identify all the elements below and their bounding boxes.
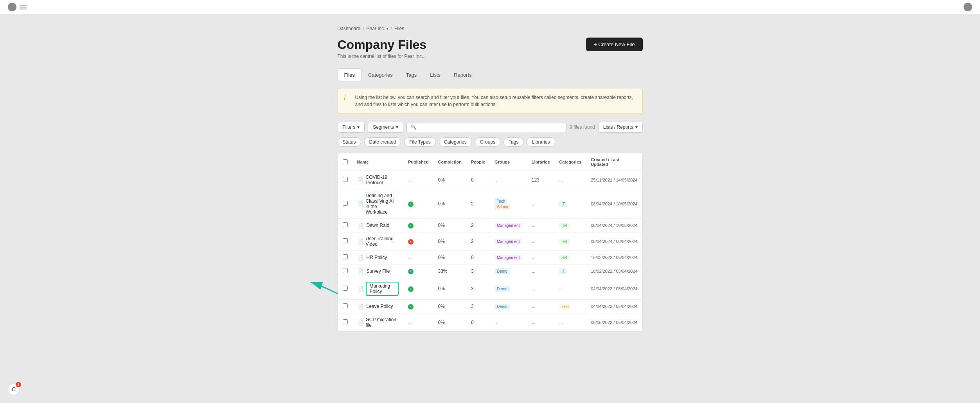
filter-tag-tags[interactable]: Tags xyxy=(503,137,523,147)
row-checkbox-cell xyxy=(338,232,352,251)
info-banner: i Using the list below, you can search a… xyxy=(338,88,643,114)
th-people: People xyxy=(466,153,490,171)
row-groups-cell: Demo xyxy=(490,264,527,278)
row-checkbox[interactable] xyxy=(343,222,348,227)
files-table-container: Name Published Completion People Groups … xyxy=(338,153,643,332)
row-name-cell: 📄 HR Policy xyxy=(352,251,403,264)
row-published-cell xyxy=(403,219,433,232)
lists-reports-button[interactable]: Lists / Reports ▾ xyxy=(598,122,643,133)
file-name-link[interactable]: Leave Policy xyxy=(367,304,393,309)
th-created: Created / Last Updated xyxy=(586,153,642,171)
file-name-cell: 📄 COVID-19 Protocol xyxy=(357,175,399,185)
file-name-cell: 📄 Defining and Classifying AI in the Wor… xyxy=(357,193,399,215)
status-published-icon xyxy=(408,286,414,292)
status-published-icon xyxy=(408,304,414,309)
content-area: Dashboard / Pear Inc. ▾ / Files Company … xyxy=(338,26,643,332)
row-groups-cell: Management xyxy=(490,232,527,251)
filter-tag-status[interactable]: Status xyxy=(338,137,361,147)
file-name-cell: 📄 GCP migration file xyxy=(357,317,399,328)
row-people-cell: 0 xyxy=(466,171,490,189)
file-doc-icon: 📄 xyxy=(357,304,363,309)
row-categories-cell: HR xyxy=(554,219,586,232)
file-name-link[interactable]: User Training Video xyxy=(366,236,399,247)
table-header: Name Published Completion People Groups … xyxy=(338,153,642,171)
file-name-link[interactable]: COVID-19 Protocol xyxy=(366,175,399,185)
filter-tag-date-created[interactable]: Date created xyxy=(364,137,401,147)
file-doc-icon: 📄 xyxy=(357,320,363,326)
row-created-cell: 08/04/2024 / 10/05/2024 xyxy=(586,219,642,232)
filter-tag-groups[interactable]: Groups xyxy=(475,137,500,147)
row-checkbox[interactable] xyxy=(343,286,348,291)
filter-tag-file-types[interactable]: File Types xyxy=(404,137,435,147)
results-count: 9 files found xyxy=(570,124,595,130)
file-name-link[interactable]: HR Policy xyxy=(367,255,387,260)
row-completion-cell: 0% xyxy=(433,189,467,219)
search-input[interactable] xyxy=(419,124,562,130)
table-body: 📄 COVID-19 Protocol ... 0% 0 ... 123 ...… xyxy=(338,171,642,332)
row-checkbox-cell xyxy=(338,313,352,332)
segments-label: Segments xyxy=(373,124,394,130)
filter-tag-categories[interactable]: Categories xyxy=(439,137,472,147)
user-avatar[interactable] xyxy=(964,3,972,11)
row-completion-cell: 0% xyxy=(433,278,467,300)
menu-button[interactable] xyxy=(20,5,27,9)
row-groups-cell: Demo xyxy=(490,278,527,300)
status-none: ... xyxy=(408,177,412,183)
topbar-right xyxy=(964,3,972,11)
tab-reports[interactable]: Reports xyxy=(447,68,478,81)
file-doc-icon: 📄 xyxy=(357,223,363,228)
table-row: 📄 User Training Video 0% 2 Management ..… xyxy=(338,232,642,251)
info-icon: i xyxy=(344,94,351,108)
row-people-cell: 2 xyxy=(466,189,490,219)
create-new-file-button[interactable]: + Create New File xyxy=(586,38,642,51)
app-logo xyxy=(8,3,16,11)
select-all-checkbox[interactable] xyxy=(343,159,348,164)
table-row: 📄 COVID-19 Protocol ... 0% 0 ... 123 ...… xyxy=(338,171,642,189)
row-created-cell: 08/04/2024 / 10/05/2024 xyxy=(586,189,642,219)
row-checkbox[interactable] xyxy=(343,177,348,182)
tab-files[interactable]: Files xyxy=(338,68,361,81)
row-categories-cell: IT xyxy=(554,189,586,219)
status-unpublished-icon xyxy=(408,239,414,245)
row-checkbox[interactable] xyxy=(343,201,348,206)
filter-tags-row: Status Date created File Types Categorie… xyxy=(338,137,643,147)
row-published-cell: ... xyxy=(403,171,433,189)
row-completion-cell: 0% xyxy=(433,232,467,251)
row-checkbox-cell xyxy=(338,219,352,232)
breadcrumb-sep1: / xyxy=(363,26,364,31)
file-name-link[interactable]: GCP migration file xyxy=(366,317,399,328)
row-checkbox[interactable] xyxy=(343,254,348,259)
file-name-link[interactable]: Survey File xyxy=(367,268,390,274)
tab-categories[interactable]: Categories xyxy=(361,68,399,81)
search-box: 🔍 xyxy=(406,122,566,132)
row-people-cell: 2 xyxy=(466,232,490,251)
breadcrumb-company-link[interactable]: Pear Inc. xyxy=(367,26,385,31)
row-created-cell: 04/04/2022 / 05/04/2024 xyxy=(586,278,642,300)
row-created-cell: 10/02/2022 / 05/04/2024 xyxy=(586,264,642,278)
row-checkbox[interactable] xyxy=(343,238,348,243)
row-checkbox[interactable] xyxy=(343,319,348,324)
segments-button[interactable]: Segments ▾ xyxy=(368,122,403,133)
table-row: 📄 Marketing Policy 0% 3 Demo ... ... 04/… xyxy=(338,278,642,300)
filters-button[interactable]: Filters ▾ xyxy=(338,122,365,133)
row-libraries-cell: ... xyxy=(527,278,554,300)
lists-reports-chevron-icon: ▾ xyxy=(635,124,638,130)
tab-lists[interactable]: Lists xyxy=(423,68,447,81)
row-groups-cell: Management xyxy=(490,251,527,264)
page-header: Company Files This is the central list o… xyxy=(338,38,643,59)
file-name-link[interactable]: Dawn Raid xyxy=(367,223,390,228)
th-groups: Groups xyxy=(490,153,527,171)
tab-tags[interactable]: Tags xyxy=(399,68,423,81)
file-name-link[interactable]: Defining and Classifying AI in the Workp… xyxy=(366,193,399,215)
row-checkbox[interactable] xyxy=(343,303,348,308)
row-checkbox[interactable] xyxy=(343,268,348,273)
breadcrumb-dashboard[interactable]: Dashboard xyxy=(338,26,361,31)
row-people-cell: 3 xyxy=(466,300,490,313)
row-name-cell: 📄 Marketing Policy xyxy=(352,278,403,300)
file-doc-icon: 📄 xyxy=(357,239,363,245)
filter-tag-libraries[interactable]: Libraries xyxy=(527,137,555,147)
status-published-icon xyxy=(408,269,414,274)
breadcrumb-company: Pear Inc. ▾ xyxy=(367,26,388,31)
row-people-cell: 0 xyxy=(466,251,490,264)
row-people-cell: 3 xyxy=(466,278,490,300)
